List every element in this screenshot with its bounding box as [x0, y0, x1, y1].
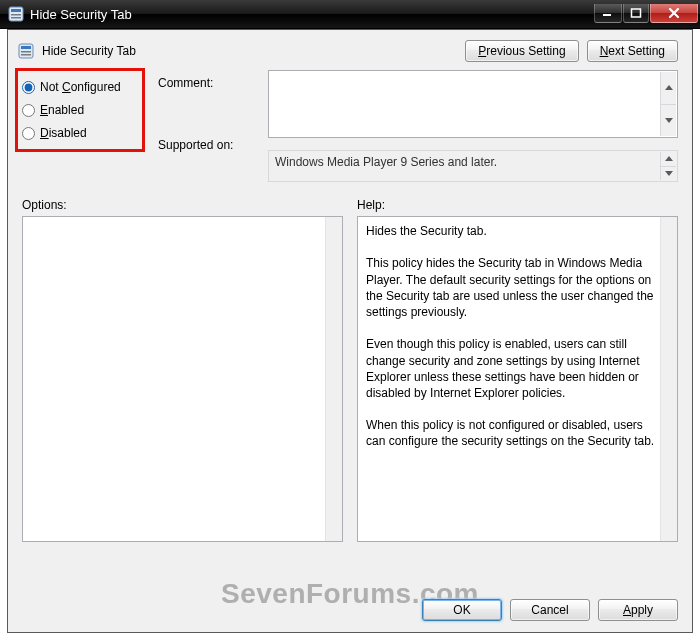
window: Hide Security Tab	[0, 0, 700, 640]
svg-rect-4	[603, 14, 611, 16]
supported-on-text: Windows Media Player 9 Series and later.	[275, 155, 497, 169]
titlebar[interactable]: Hide Security Tab	[0, 0, 700, 29]
help-paragraph: When this policy is not configured or di…	[366, 417, 657, 449]
svg-rect-1	[11, 9, 21, 12]
supported-scroll[interactable]	[660, 152, 676, 180]
radio-enabled-input[interactable]	[22, 104, 35, 117]
previous-setting-button[interactable]: Previous Setting	[465, 40, 578, 62]
scrollbar[interactable]	[325, 217, 342, 541]
svg-rect-7	[21, 46, 31, 49]
radio-not-configured-input[interactable]	[22, 81, 35, 94]
help-label: Help:	[357, 198, 678, 212]
window-title: Hide Security Tab	[30, 7, 132, 22]
config-grid: Not Configured Enabled Disabled Comment:…	[8, 68, 692, 182]
scroll-up-icon[interactable]	[660, 152, 676, 166]
radio-label: Enabled	[40, 103, 84, 117]
svg-rect-8	[21, 51, 31, 53]
client-area: Hide Security Tab Previous Setting Next …	[7, 29, 693, 633]
state-radio-group: Not Configured Enabled Disabled	[15, 68, 145, 152]
help-paragraph: Even though this policy is enabled, user…	[366, 336, 657, 401]
help-paragraph: Hides the Security tab.	[366, 223, 657, 239]
supported-label: Supported on:	[158, 138, 268, 152]
svg-rect-2	[11, 14, 21, 16]
help-pane[interactable]: Hides the Security tab. This policy hide…	[357, 216, 678, 542]
header-row: Hide Security Tab Previous Setting Next …	[8, 30, 692, 68]
scrollbar[interactable]	[660, 217, 677, 541]
radio-disabled-input[interactable]	[22, 127, 35, 140]
radio-enabled[interactable]: Enabled	[22, 103, 136, 117]
window-controls	[593, 5, 698, 23]
apply-button[interactable]: Apply	[598, 599, 678, 621]
radio-disabled[interactable]: Disabled	[22, 126, 136, 140]
supported-on-field: Windows Media Player 9 Series and later.	[268, 150, 678, 182]
radio-label: Disabled	[40, 126, 87, 140]
footer: OK Cancel Apply	[8, 588, 692, 632]
radio-label: Not Configured	[40, 80, 121, 94]
maximize-button[interactable]	[623, 4, 649, 23]
options-pane[interactable]	[22, 216, 343, 542]
policy-icon	[18, 43, 34, 59]
help-paragraph: This policy hides the Security tab in Wi…	[366, 255, 657, 320]
comment-label: Comment:	[158, 76, 268, 90]
maximize-icon	[630, 8, 642, 18]
comment-input[interactable]	[268, 70, 678, 138]
minimize-icon	[602, 8, 614, 18]
app-icon	[8, 6, 24, 22]
page-title: Hide Security Tab	[42, 44, 136, 58]
radio-not-configured[interactable]: Not Configured	[22, 80, 136, 94]
cancel-button[interactable]: Cancel	[510, 599, 590, 621]
comment-scroll[interactable]	[660, 72, 676, 136]
scroll-down-icon[interactable]	[660, 104, 676, 137]
scroll-up-icon[interactable]	[660, 72, 676, 104]
next-setting-button[interactable]: Next Setting	[587, 40, 678, 62]
svg-rect-9	[21, 54, 31, 56]
ok-button[interactable]: OK	[422, 599, 502, 621]
close-button[interactable]	[650, 4, 698, 23]
svg-rect-5	[632, 9, 641, 17]
minimize-button[interactable]	[594, 4, 622, 23]
options-label: Options:	[22, 198, 343, 212]
scroll-down-icon[interactable]	[660, 166, 676, 181]
svg-rect-3	[11, 17, 21, 19]
close-icon	[667, 7, 681, 19]
